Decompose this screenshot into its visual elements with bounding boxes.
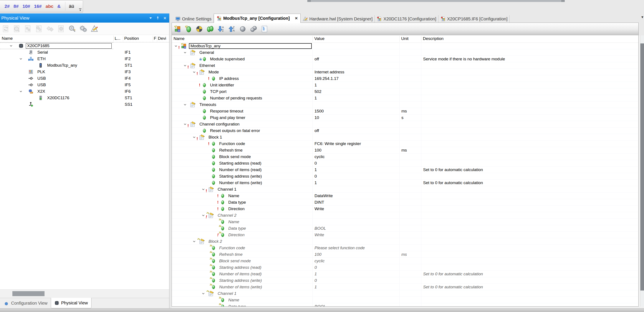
config-tree-row[interactable]: ! ! TCP port TCP port 502 <box>172 88 638 95</box>
config-tree-row[interactable]: ! ! Block send mode Block send mode cycl… <box>172 154 638 160</box>
parameter-value[interactable]: 0 <box>312 160 400 166</box>
radix-format-button[interactable]: & <box>56 2 62 11</box>
config-tree-row[interactable]: ! ! Unit identifier Unit identifier 1 <box>172 82 638 88</box>
parameter-value[interactable] <box>312 297 400 303</box>
column-unit[interactable]: Unit <box>401 36 408 41</box>
parameter-value[interactable] <box>312 43 400 49</box>
parameter-value[interactable]: 1 <box>312 82 400 88</box>
process-gears-button[interactable] <box>79 25 87 33</box>
module-page-button[interactable] <box>24 25 32 33</box>
parameter-value[interactable]: 169.254.1.17 <box>312 75 400 82</box>
parameter-value[interactable]: 0 <box>312 277 400 284</box>
expand-chevron-icon[interactable] <box>174 44 181 48</box>
parameter-value[interactable]: Write <box>312 232 400 238</box>
horizontal-scrollbar[interactable] <box>0 290 169 298</box>
parameter-value[interactable] <box>312 62 400 68</box>
editor-tab[interactable]: ModbusTcp_any [Configuration] ✕ <box>214 14 301 23</box>
device-name-edit-field[interactable]: X20CP1685 <box>26 43 112 49</box>
parameter-value[interactable]: 10 <box>312 114 400 121</box>
config-tree-row[interactable]: ! ! Starting address (write) Starting ad… <box>172 277 638 284</box>
column-name[interactable]: Name <box>174 36 184 41</box>
parameter-value[interactable] <box>312 49 400 56</box>
parameter-value[interactable]: 1500 <box>312 108 400 114</box>
config-tree-row[interactable]: ! ! Response timeout Response timeout 15… <box>172 108 638 114</box>
parameter-value[interactable]: DINT <box>312 199 400 206</box>
radix-format-button[interactable]: 8# <box>12 2 20 11</box>
tab-close-button[interactable]: ✕ <box>295 16 298 21</box>
expand-chevron-icon[interactable] <box>192 135 199 139</box>
parameter-value[interactable]: 1 <box>312 284 400 290</box>
parameter-value[interactable]: BOOL <box>312 303 400 306</box>
parameter-value[interactable]: cyclic <box>312 258 400 264</box>
parameter-value[interactable]: 1 <box>312 180 400 186</box>
expand-chevron-icon[interactable] <box>201 187 208 191</box>
config-tree-row[interactable]: ! ! Name Name <box>172 297 638 303</box>
vertical-scrollbar-thumb[interactable] <box>640 44 644 290</box>
device-tree-row[interactable]: ModbusTcp_any ModbusTcp_any ST1 <box>0 62 169 68</box>
parameter-value[interactable] <box>312 134 400 140</box>
radix-format-button[interactable]: 16# <box>32 2 43 11</box>
radix-format-button[interactable]: 2# <box>3 2 11 11</box>
config-tree-row[interactable]: ! ! Refresh time Refresh time 100 <box>172 251 638 258</box>
column-position[interactable]: Position <box>124 36 139 41</box>
device-tree-row[interactable]: USB USB IF5 <box>0 82 169 88</box>
diamonds-button[interactable] <box>46 25 54 33</box>
config-tree-row[interactable]: ! ! Name Name <box>172 219 638 225</box>
parameter-name-edit-field[interactable]: ModbusTcp_any <box>189 43 312 49</box>
config-tree-row[interactable]: ! ! Starting address (read) Starting add… <box>172 264 638 271</box>
vertical-scrollbar[interactable] <box>638 36 644 312</box>
navigate-button[interactable] <box>196 26 203 32</box>
parameter-value[interactable] <box>312 102 400 108</box>
toolbar-overflow-button[interactable]: ▼ <box>79 8 82 12</box>
config-tree-row[interactable]: ! ! Refresh time Refresh time 100 <box>172 147 638 154</box>
device-tree-row[interactable]: X20DC1176 X20DC1176 ST1 <box>0 95 169 101</box>
parameter-value[interactable] <box>312 212 400 218</box>
parameter-value[interactable]: FC6: Write single register <box>312 140 400 147</box>
view-tab[interactable]: Physical View <box>51 298 92 308</box>
expand-chevron-icon[interactable] <box>18 90 28 93</box>
config-tree-row[interactable]: ! ! Data type Data type DINT <box>172 199 638 206</box>
device-tree-row[interactable]: USB USB IF4 <box>0 75 169 82</box>
expand-chevron-icon[interactable] <box>183 50 190 54</box>
config-tree-row[interactable]: ! ! Function code Function code Please s… <box>172 245 638 251</box>
config-tree-row[interactable]: ! ! Ethernet Ethernet <box>172 62 638 69</box>
config-tree-row[interactable]: ! ! Name Name DataWrite <box>172 192 638 199</box>
parameter-value[interactable]: 0 <box>312 264 400 270</box>
radix-format-button[interactable]: 10# <box>21 2 32 11</box>
config-tree-row[interactable]: ! ! Channel 1 Channel 1 <box>172 186 638 192</box>
all-options-button[interactable] <box>250 26 257 32</box>
expand-chevron-icon[interactable] <box>192 70 199 74</box>
config-tree-row[interactable]: ! ! Channel 2 Channel 2 <box>172 212 638 219</box>
column-l[interactable]: L... <box>115 36 120 41</box>
config-tree-row[interactable]: ! ! Data type Data type BOOL <box>172 303 638 306</box>
config-tree-row[interactable]: ! ! Reset outputs on fatal error Reset o… <box>172 128 638 134</box>
config-tree-row[interactable]: ! ! Channel 1 Channel 1 <box>172 290 638 297</box>
config-tree-row[interactable]: ! ! Number of items (read) Number of ite… <box>172 271 638 277</box>
parameter-value[interactable] <box>312 219 400 225</box>
horizontal-scrollbar-thumb[interactable] <box>12 291 44 296</box>
parameter-value[interactable] <box>312 238 400 244</box>
parameter-value[interactable]: 0 <box>312 173 400 179</box>
tree-view-button[interactable] <box>261 26 268 32</box>
device-tree-row[interactable]: X20CP1685 X20CP1685 <box>0 42 169 49</box>
parameter-value[interactable] <box>312 121 400 127</box>
config-tree-row[interactable]: ! ! Block 1 Block 1 <box>172 134 638 140</box>
design-button[interactable] <box>90 25 98 33</box>
window-menu-icon[interactable] <box>148 16 153 20</box>
device-tree-row[interactable]: X2X X2X IF6 <box>0 88 169 95</box>
device-tree-row[interactable]: Serial Serial IF1 <box>0 49 169 56</box>
config-tree-row[interactable]: ! ! ModbusTcp_any ModbusTcp_any <box>172 43 638 49</box>
editor-tab[interactable]: X20DC1176 [Configuration] <box>375 15 438 22</box>
gem-page-button[interactable] <box>35 25 43 33</box>
config-tree-row[interactable]: ! ! Number of items (write) Number of it… <box>172 180 638 186</box>
top-scrollbar[interactable] <box>307 0 565 2</box>
config-tree-row[interactable]: ! ! Number of items (read) Number of ite… <box>172 166 638 173</box>
config-tree-row[interactable]: ! ! Data type Data type BOOL <box>172 225 638 232</box>
parameter-value[interactable]: Internet address <box>312 69 400 75</box>
config-tree-row[interactable]: ! ! Direction Direction Write <box>172 206 638 212</box>
compare-gems-button[interactable] <box>206 26 214 32</box>
inspect-button[interactable] <box>68 25 76 33</box>
editor-tab[interactable]: Online Settings <box>173 15 214 22</box>
expand-chevron-icon[interactable] <box>183 103 190 106</box>
parameter-value[interactable]: 100 <box>312 147 400 153</box>
